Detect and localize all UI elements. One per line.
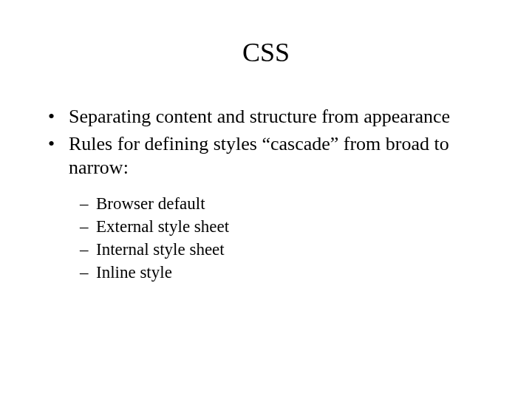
bullet-item: Separating content and structure from ap… [48, 105, 495, 129]
slide-title: CSS [37, 37, 495, 68]
sub-bullet-item: Browser default [80, 192, 495, 215]
main-bullet-list: Separating content and structure from ap… [37, 105, 495, 180]
sub-bullet-item: External style sheet [80, 215, 495, 238]
sub-bullet-list: Browser default External style sheet Int… [37, 192, 495, 284]
sub-bullet-item: Internal style sheet [80, 238, 495, 261]
sub-bullet-item: Inline style [80, 261, 495, 284]
bullet-item: Rules for defining styles “cascade” from… [48, 132, 495, 180]
